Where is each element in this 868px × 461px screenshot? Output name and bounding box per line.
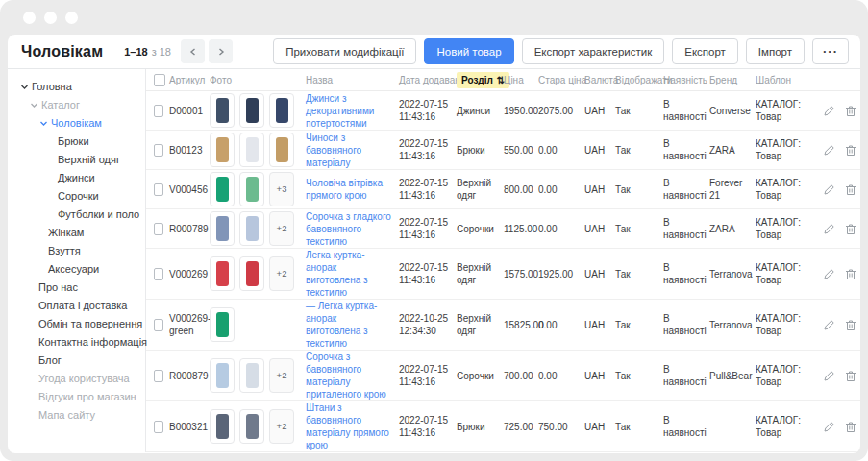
import-button[interactable]: Імпорт [746,38,805,64]
prev-page-button[interactable] [181,39,205,63]
delete-icon[interactable] [845,319,856,331]
product-photo[interactable] [210,256,235,291]
delete-icon[interactable] [845,183,856,196]
delete-icon[interactable] [845,223,856,235]
product-link[interactable]: Сорочка з гладкого бавовняного текстилю [306,210,393,248]
delete-icon[interactable] [845,144,856,157]
sidebar-item-exchange-return[interactable]: Обмін та повернення [8,315,145,333]
new-product-button[interactable]: Новий товар [424,38,513,64]
product-photo[interactable] [210,172,235,206]
more-actions-button[interactable]: ··· [812,38,849,64]
product-photo[interactable] [269,133,294,167]
export-characteristics-button[interactable]: Експорт характеристик [522,38,665,64]
column-header-section-sorted[interactable]: Розділ ⇅ [457,72,509,88]
row-checkbox[interactable] [154,144,163,157]
product-photo[interactable] [269,93,294,128]
edit-icon[interactable] [823,421,835,433]
more-photos-badge[interactable]: +2 [269,256,294,291]
row-checkbox[interactable] [154,370,163,382]
sidebar-item-catalog[interactable]: Каталог [8,96,145,114]
column-header-brand[interactable]: Бренд [709,75,756,85]
column-header-availability[interactable]: Наявність [663,75,709,85]
edit-icon[interactable] [823,319,835,331]
sidebar-item-home[interactable]: Головна [8,78,145,96]
row-checkbox[interactable] [154,268,163,280]
sidebar-item-outerwear[interactable]: Верхній одяг [8,151,145,169]
product-link[interactable]: Сорочка з бавовняного матеріалу притален… [306,351,393,400]
column-header-display[interactable]: Відображати [615,75,663,85]
row-checkbox[interactable] [154,319,163,331]
delete-icon[interactable] [845,370,856,382]
sidebar-item-shirts[interactable]: Сорочки [8,187,145,206]
edit-icon[interactable] [823,370,835,382]
more-photos-badge[interactable]: +3 [269,172,294,206]
column-header-price[interactable]: Ціна [504,75,538,85]
product-photo[interactable] [210,93,235,128]
sidebar-item-payment-delivery[interactable]: Оплата і доставка [8,297,145,315]
delete-icon[interactable] [845,105,856,117]
product-photo[interactable] [239,358,264,393]
sidebar-item-trousers[interactable]: Брюки [8,133,145,151]
product-photo[interactable] [210,409,235,444]
chevron-down-icon[interactable] [39,119,48,128]
edit-icon[interactable] [823,105,835,117]
product-photo[interactable] [210,133,235,167]
delete-icon[interactable] [845,421,856,433]
chevron-down-icon[interactable] [20,83,29,91]
edit-icon[interactable] [823,144,835,157]
product-photo[interactable] [210,211,235,246]
sidebar-item-blog[interactable]: Блог [8,352,145,370]
window-minimize-icon[interactable] [44,12,57,24]
window-close-icon[interactable] [23,12,36,24]
sidebar-item-about-us[interactable]: Про нас [8,279,145,297]
product-photo[interactable] [239,409,264,444]
column-header-template[interactable]: Шаблон [756,75,815,85]
delete-icon[interactable] [845,268,856,280]
product-photo[interactable] [239,93,264,128]
product-photo[interactable] [239,133,264,167]
hide-modifications-button[interactable]: Приховати модифікації [273,38,416,64]
product-photo[interactable] [210,307,235,342]
row-checkbox[interactable] [154,105,163,117]
sidebar-item-shoes[interactable]: Взуття [8,242,145,260]
product-photo[interactable] [239,172,264,206]
column-header-photo[interactable]: Фото [210,75,306,85]
column-header-sku[interactable]: Артикул [169,75,210,85]
column-header-currency[interactable]: Валюта [584,75,615,85]
column-header-date[interactable]: Дата додавання [399,75,457,85]
edit-icon[interactable] [823,183,835,196]
select-all-checkbox[interactable] [154,74,165,86]
sidebar-item-tshirts-polo[interactable]: Футболки и поло [8,206,145,224]
product-photo[interactable] [239,211,264,246]
export-button[interactable]: Експорт [672,38,738,64]
more-photos-badge[interactable]: +2 [269,358,294,393]
product-link[interactable]: Джинси з декоративними потертостями [306,92,393,130]
sidebar-item-contacts[interactable]: Контактна інформація [8,333,145,352]
product-link[interactable]: Чиноси з бавовняного матеріалу [306,132,393,169]
product-link[interactable]: Чоловіча вітрівка прямого крою [306,177,393,202]
sidebar-item-women[interactable]: Жінкам [8,224,145,242]
window-maximize-icon[interactable] [65,12,78,24]
next-page-button[interactable] [209,39,233,63]
sidebar-item-store-reviews[interactable]: Відгуки про магазин [8,388,145,406]
sidebar-item-accessories[interactable]: Аксесуари [8,260,145,279]
sidebar-item-sitemap[interactable]: Мапа сайту [8,406,145,425]
chevron-down-icon[interactable] [30,101,38,109]
product-photo[interactable] [239,256,264,291]
row-checkbox[interactable] [154,421,163,433]
column-header-old-price[interactable]: Стара ціна [538,75,584,85]
row-checkbox[interactable] [154,223,163,235]
edit-icon[interactable] [823,268,835,280]
edit-icon[interactable] [823,223,835,235]
sidebar-item-user-agreement[interactable]: Угода користувача [8,370,145,388]
more-photos-badge[interactable]: +2 [269,409,294,444]
row-checkbox[interactable] [154,183,163,196]
column-header-name[interactable]: Назва [306,75,399,85]
product-link[interactable]: Штани з бавовняного матеріалу прямого кр… [306,401,393,451]
more-photos-badge[interactable]: +2 [269,211,294,246]
sidebar-item-jeans[interactable]: Джинси [8,169,145,187]
product-link[interactable]: Легка куртка-анорак виготовлена з тексти… [306,249,393,299]
product-link[interactable]: — Легка куртка-анорак виготовлена з текс… [306,300,393,350]
product-photo[interactable] [210,358,235,393]
sidebar-item-men[interactable]: Чоловікам [8,114,145,133]
